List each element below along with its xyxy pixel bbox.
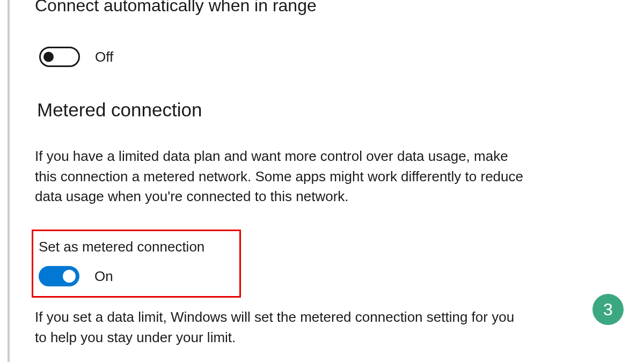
metered-connection-description: If you have a limited data plan and want… <box>35 146 529 207</box>
auto-connect-toggle-label: Off <box>95 49 113 65</box>
auto-connect-toggle[interactable] <box>39 47 80 67</box>
settings-content: Connect automatically when in range Off … <box>0 0 644 348</box>
toggle-knob-icon <box>63 270 76 283</box>
set-metered-label: Set as metered connection <box>39 239 234 255</box>
auto-connect-heading: Connect automatically when in range <box>35 0 612 16</box>
set-metered-toggle-row: On <box>39 266 234 286</box>
toggle-knob-icon <box>43 52 54 62</box>
step-badge: 3 <box>592 294 624 325</box>
panel-left-border <box>8 0 10 362</box>
metered-highlight-box: Set as metered connection On <box>32 230 241 298</box>
metered-connection-heading: Metered connection <box>35 99 612 121</box>
auto-connect-toggle-row: Off <box>35 47 612 67</box>
set-metered-toggle-label: On <box>94 268 113 285</box>
data-limit-footnote: If you set a data limit, Windows will se… <box>35 307 529 348</box>
set-metered-toggle[interactable] <box>39 266 79 286</box>
